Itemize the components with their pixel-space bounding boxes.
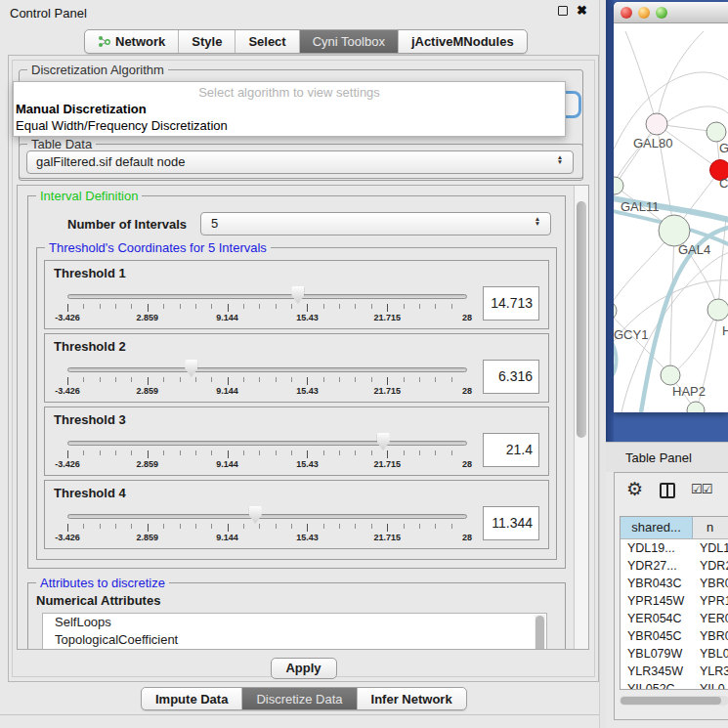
table-row[interactable]: YBR045CYBR0 xyxy=(621,627,728,645)
columns-icon[interactable] xyxy=(660,483,675,498)
threshold-3-panel: Threshold 3 -3.426 2.859 9.144 xyxy=(44,407,549,476)
select-checkboxes-icon[interactable]: ☑☑ xyxy=(691,482,711,496)
close-icon[interactable]: ✖ xyxy=(577,5,587,17)
slider-ticks xyxy=(67,377,467,385)
list-item[interactable]: SelfLoops xyxy=(43,614,546,631)
threshold-4-value-field[interactable]: 11.344 xyxy=(483,506,539,540)
slider-handle[interactable] xyxy=(249,506,262,524)
node-bottom[interactable] xyxy=(687,402,705,412)
threshold-3-value-field[interactable]: 21.4 xyxy=(483,433,539,467)
slider-tick-labels: -3.426 2.859 9.144 15.43 21.715 28 xyxy=(67,386,467,398)
slider-handle[interactable] xyxy=(185,360,197,377)
table-toolbar: ⚙ ☑☑ xyxy=(615,473,728,512)
settings-scroll-content: Interval Definition Number of Intervals … xyxy=(18,186,574,649)
zoom-traffic-light-icon[interactable] xyxy=(656,7,667,19)
float-window-icon[interactable] xyxy=(558,6,568,16)
desktop-background: GAL80 GA C GAL11 GAL4 GCY1 H HAP2 xyxy=(606,0,728,442)
interval-definition-label: Interval Definition xyxy=(36,189,142,203)
tab-discretize-data[interactable]: Discretize Data xyxy=(242,688,357,709)
table-row[interactable]: YDL19...YDL1 xyxy=(621,539,728,557)
slider-track xyxy=(67,514,467,519)
attributes-to-discretize-group: Attributes to discretize Numerical Attri… xyxy=(27,582,566,649)
node-gal11[interactable] xyxy=(614,177,623,194)
algorithm-hint: Select algorithm to view settings xyxy=(14,85,565,100)
threshold-1-value-field[interactable]: 14.713 xyxy=(483,286,539,321)
table-horizontal-scrollbar-thumb[interactable] xyxy=(621,697,721,705)
table-row[interactable]: YPR145WYPR1 xyxy=(621,592,728,610)
minimize-traffic-light-icon[interactable] xyxy=(638,7,650,19)
threshold-2-slider[interactable]: -3.426 2.859 9.144 15.43 21.715 28 xyxy=(67,355,467,400)
node-h[interactable] xyxy=(707,299,728,321)
popup-option-equal-width-frequency[interactable]: Equal Width/Frequency Discretization xyxy=(16,118,228,133)
node-label-gal4: GAL4 xyxy=(678,242,710,257)
attributes-group-label: Attributes to discretize xyxy=(36,576,169,590)
node-label-gcy1: GCY1 xyxy=(614,327,648,342)
slider-handle[interactable] xyxy=(377,433,390,450)
slider-tick-labels: -3.426 2.859 9.144 15.43 21.715 28 xyxy=(67,459,467,471)
threshold-4-panel: Threshold 4 -3.426 2.859 9.144 xyxy=(44,480,549,549)
number-of-intervals-combobox[interactable]: 5 ▲▼ xyxy=(200,212,551,236)
combo-stepper-icon: ▲▼ xyxy=(533,217,542,226)
table-panel-body: ⚙ ☑☑ shared... n YDL19...YDL1 YDR27...YD… xyxy=(614,472,728,720)
table-data-combobox[interactable]: galFiltered.sif default node ▲▼ xyxy=(26,150,574,174)
table-horizontal-scrollbar[interactable] xyxy=(620,696,728,706)
slider-tick-labels: -3.426 2.859 9.144 15.43 21.715 28 xyxy=(67,313,467,324)
list-item[interactable]: TopologicalCoefficient xyxy=(43,631,546,649)
slider-handle[interactable] xyxy=(291,286,304,304)
threshold-1-label: Threshold 1 xyxy=(54,266,539,280)
tab-jactivemnodules[interactable]: jActiveMNodules xyxy=(399,30,527,53)
table-row[interactable]: YER054CYER0 xyxy=(621,610,728,627)
node-gal80[interactable] xyxy=(646,113,667,135)
node-gcy1[interactable] xyxy=(614,301,617,321)
network-window-titlebar[interactable] xyxy=(614,2,728,23)
threshold-2-value-field[interactable]: 6.316 xyxy=(483,360,539,394)
tab-impute-data[interactable]: Impute Data xyxy=(142,688,242,709)
network-graph: GAL80 GA C GAL11 GAL4 GCY1 H HAP2 xyxy=(614,23,728,412)
threshold-2-panel: Threshold 2 -3.426 2.859 9.144 xyxy=(44,333,549,403)
window-bottom-edge xyxy=(0,714,599,715)
column-header-shared-name[interactable]: shared... xyxy=(621,517,693,538)
control-panel-tabs: Network Style Select Cyni Toolbox jActiv… xyxy=(84,29,528,54)
tab-infer-network[interactable]: Infer Network xyxy=(358,688,466,709)
list-scrollbar-thumb[interactable] xyxy=(535,616,544,649)
control-panel-titlebar: Control Panel ✖ xyxy=(0,0,599,27)
network-canvas[interactable]: GAL80 GA C GAL11 GAL4 GCY1 H HAP2 xyxy=(614,23,728,412)
tab-network[interactable]: Network xyxy=(85,30,179,53)
threshold-1-slider[interactable]: -3.426 2.859 9.144 15.43 21.715 28 xyxy=(67,281,467,326)
table-panel-header: Table Panel xyxy=(606,442,728,472)
threshold-3-slider[interactable]: -3.426 2.859 9.144 15.43 21.715 28 xyxy=(67,428,467,473)
close-traffic-light-icon[interactable] xyxy=(621,7,632,19)
tab-cyni-toolbox[interactable]: Cyni Toolbox xyxy=(300,30,399,53)
node-label-hap2: HAP2 xyxy=(672,384,706,399)
thresholds-group-label: Threshold's Coordinates for 5 Intervals xyxy=(45,240,271,255)
panel-splitter[interactable] xyxy=(599,0,606,728)
settings-vertical-scrollbar[interactable] xyxy=(574,186,588,649)
table-row[interactable]: YBL079WYBL0 xyxy=(621,645,728,663)
apply-button[interactable]: Apply xyxy=(271,658,337,679)
algorithm-dropdown-popup: Select algorithm to view settings Manual… xyxy=(13,81,566,137)
table-row[interactable]: YBR043CYBR0 xyxy=(621,575,728,592)
table-row[interactable]: YLR345WYLR3 xyxy=(621,663,728,680)
tab-style[interactable]: Style xyxy=(179,30,236,53)
table-row[interactable]: YDR27...YDR2 xyxy=(621,557,728,575)
node-top-right[interactable] xyxy=(707,122,726,142)
combo-stepper-icon: ▲▼ xyxy=(555,155,565,164)
table-header-row: shared... n xyxy=(621,517,728,539)
column-header-name[interactable]: n xyxy=(693,517,728,538)
tab-select[interactable]: Select xyxy=(236,30,299,53)
network-view-window: GAL80 GA C GAL11 GAL4 GCY1 H HAP2 xyxy=(614,2,728,412)
popup-option-manual-discretization[interactable]: Manual Discretization xyxy=(16,102,147,116)
gear-icon[interactable]: ⚙ xyxy=(626,478,643,500)
list-scrollbar[interactable] xyxy=(535,615,545,649)
settings-scrollbar-thumb[interactable] xyxy=(577,201,586,438)
node-label-h-partial: H xyxy=(722,323,728,338)
slider-tick-labels: -3.426 2.859 9.144 15.43 21.715 28 xyxy=(67,533,467,544)
table-row[interactable]: YIL052CYIL0 xyxy=(621,680,728,690)
settings-scrollpane: Interval Definition Number of Intervals … xyxy=(17,185,589,650)
desktop-edge xyxy=(606,0,614,442)
right-area: GAL80 GA C GAL11 GAL4 GCY1 H HAP2 Table … xyxy=(606,0,728,728)
threshold-4-slider[interactable]: -3.426 2.859 9.144 15.43 21.715 28 xyxy=(67,501,467,546)
node-hap2[interactable] xyxy=(661,365,680,385)
slider-track xyxy=(67,441,467,446)
table-data-label: Table Data xyxy=(27,137,96,151)
